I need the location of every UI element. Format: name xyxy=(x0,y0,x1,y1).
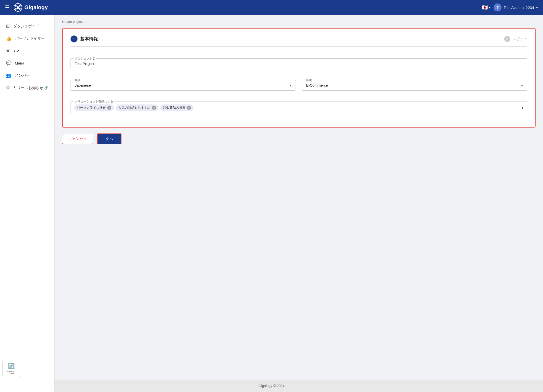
step1-title: 1 基本情報 xyxy=(71,35,98,42)
flag-icon: 🇯🇵 xyxy=(482,4,488,10)
solutions-group: ソリューションを有効にする パーソナライズ検索 ✕ 人気の商品をおすすめ ✕ 類… xyxy=(71,97,527,114)
industry-field: 業種 E-Commerce ▾ xyxy=(302,75,527,91)
solution-tag-2-label: 人気の商品をおすすめ xyxy=(118,105,151,110)
next-button[interactable]: 次へ xyxy=(97,133,121,144)
language-value: Japanese xyxy=(75,83,91,87)
language-label: 言語 xyxy=(74,78,81,82)
releases-inner: リリースお知らせ 🔗 xyxy=(13,86,48,90)
recaptcha-icon: 🔄 xyxy=(5,363,18,369)
footer-text: Gigalogy © 2024 xyxy=(259,384,285,388)
recaptcha-text: Privacy · Terms xyxy=(5,370,18,375)
language-selector[interactable]: 🇯🇵 ▾ xyxy=(482,4,491,10)
maira-icon: 💬 xyxy=(6,60,11,66)
sidebar-item-label: Maira xyxy=(15,61,24,65)
solution-tag-2-remove[interactable]: ✕ xyxy=(152,106,156,110)
language-industry-row: 言語 Japanese ▾ 業種 E-Commerce ▾ xyxy=(71,75,527,91)
sidebar-item-label: リリースお知らせ xyxy=(13,86,43,90)
hamburger-icon[interactable]: ☰ xyxy=(5,4,9,10)
solutions-tags: パーソナライズ検索 ✕ 人気の商品をおすすめ ✕ 類似商品の推薦 ✕ xyxy=(74,104,522,111)
dashboard-icon: ⊞ xyxy=(6,23,10,29)
industry-value: E-Commerce xyxy=(306,83,328,87)
language-field: 言語 Japanese ▾ xyxy=(71,75,296,91)
step2-label: レビュー xyxy=(512,37,527,41)
logo: Gigalogy xyxy=(13,3,48,12)
main-content: Create-projects 1 基本情報 2 レビュー プロジェクト名 xyxy=(55,15,543,380)
header-left: ☰ Gigalogy xyxy=(5,3,48,12)
form-card: 1 基本情報 2 レビュー プロジェクト名 言語 xyxy=(62,28,536,128)
step1-badge: 1 xyxy=(71,35,78,42)
recaptcha-widget: 🔄 Privacy · Terms xyxy=(2,361,20,377)
step1-label: 基本情報 xyxy=(80,36,98,42)
solution-tag-1-label: パーソナライズ検索 xyxy=(77,105,106,110)
logo-svg-icon xyxy=(13,3,22,12)
releases-icon: ⚙ xyxy=(6,85,10,91)
sidebar-item-personalizer[interactable]: 👍 パーソナライザー xyxy=(0,32,54,45)
sidebar-item-label: メンバー xyxy=(15,73,30,78)
solution-tag-2: 人気の商品をおすすめ ✕ xyxy=(116,104,158,111)
header: ☰ Gigalogy 🇯🇵 ▾ T Test Account 22 xyxy=(0,0,543,15)
solutions-label: ソリューションを有効にする xyxy=(74,99,114,104)
solutions-input[interactable]: パーソナライズ検索 ✕ 人気の商品をおすすめ ✕ 類似商品の推薦 ✕ ▾ xyxy=(71,101,527,114)
solution-tag-3: 類似商品の推薦 ✕ xyxy=(160,104,194,111)
sidebar-item-label: CV xyxy=(14,49,19,53)
project-name-group: プロジェクト名 xyxy=(71,54,527,69)
step-header: 1 基本情報 2 レビュー xyxy=(71,35,527,47)
cv-icon: 👁 xyxy=(6,48,10,53)
step2-review: 2 レビュー xyxy=(504,36,527,42)
industry-select[interactable]: E-Commerce ▾ xyxy=(302,80,527,91)
account-name: Test Account 2234 xyxy=(504,5,534,10)
personalizer-icon: 👍 xyxy=(6,36,11,41)
external-link-icon: 🔗 xyxy=(44,86,48,90)
solutions-dropdown-arrow-icon: ▾ xyxy=(522,106,523,110)
logo-text: Gigalogy xyxy=(24,4,48,11)
solution-tag-1: パーソナライズ検索 ✕ xyxy=(74,104,114,111)
step2-badge: 2 xyxy=(504,36,510,42)
action-buttons: キャンセル 次へ xyxy=(62,133,536,144)
account-arrow-icon: ▾ xyxy=(536,5,538,10)
members-icon: 👥 xyxy=(6,73,11,78)
sidebar: ⊞ ダッシュボード 👍 パーソナライザー 👁 CV 💬 Maira 👥 メンバー… xyxy=(0,15,55,392)
avatar: T xyxy=(494,3,502,11)
language-dropdown-arrow-icon: ▾ xyxy=(290,83,292,87)
language-select[interactable]: Japanese ▾ xyxy=(71,80,296,91)
sidebar-item-releases[interactable]: ⚙ リリースお知らせ 🔗 xyxy=(0,82,54,94)
project-name-input-wrapper[interactable] xyxy=(71,58,527,69)
breadcrumb: Create-projects xyxy=(62,20,536,24)
industry-label: 業種 xyxy=(305,78,313,82)
cancel-button[interactable]: キャンセル xyxy=(62,134,93,144)
account-button[interactable]: T Test Account 2234 ▾ xyxy=(494,3,538,11)
footer: Gigalogy © 2024 xyxy=(0,380,543,392)
sidebar-item-members[interactable]: 👥 メンバー xyxy=(0,69,54,82)
solution-tag-3-label: 類似商品の推薦 xyxy=(163,105,186,110)
project-name-input[interactable] xyxy=(75,62,523,66)
sidebar-item-maira[interactable]: 💬 Maira xyxy=(0,57,54,69)
solution-tag-1-remove[interactable]: ✕ xyxy=(107,106,111,110)
industry-dropdown-arrow-icon: ▾ xyxy=(521,83,523,87)
sidebar-item-label: パーソナライザー xyxy=(15,36,45,41)
svg-point-1 xyxy=(17,6,19,8)
sidebar-item-cv[interactable]: 👁 CV xyxy=(0,45,54,57)
app-body: ⊞ ダッシュボード 👍 パーソナライザー 👁 CV 💬 Maira 👥 メンバー… xyxy=(0,15,543,380)
sidebar-item-label: ダッシュボード xyxy=(13,24,39,29)
header-right: 🇯🇵 ▾ T Test Account 2234 ▾ xyxy=(482,3,538,11)
lang-arrow-icon: ▾ xyxy=(489,5,491,9)
sidebar-item-dashboard[interactable]: ⊞ ダッシュボード xyxy=(0,20,54,32)
solution-tag-3-remove[interactable]: ✕ xyxy=(187,106,191,110)
project-name-label: プロジェクト名 xyxy=(74,57,96,61)
